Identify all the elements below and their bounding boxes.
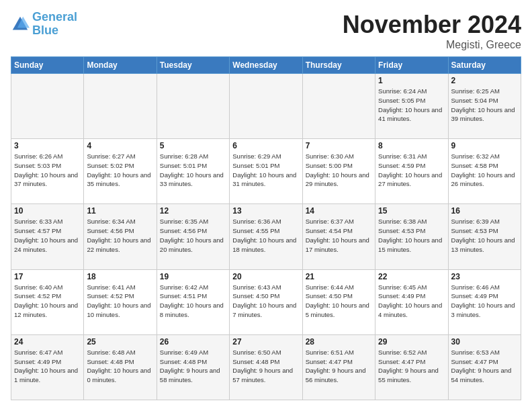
cell-info: Sunrise: 6:42 AM Sunset: 4:51 PM Dayligh… <box>160 283 226 320</box>
logo: General Blue <box>11 11 77 38</box>
cell-info: Sunrise: 6:50 AM Sunset: 4:48 PM Dayligh… <box>232 348 299 385</box>
calendar-cell: 21Sunrise: 6:44 AM Sunset: 4:50 PM Dayli… <box>302 269 375 334</box>
calendar-table: SundayMondayTuesdayWednesdayThursdayFrid… <box>11 56 521 400</box>
calendar-day-header: Wednesday <box>230 57 302 74</box>
calendar-cell <box>84 74 157 139</box>
title-block: November 2024 Megisti, Greece <box>343 11 521 51</box>
day-number: 10 <box>14 206 81 216</box>
calendar-cell: 5Sunrise: 6:28 AM Sunset: 5:01 PM Daylig… <box>157 139 229 204</box>
cell-info: Sunrise: 6:30 AM Sunset: 5:00 PM Dayligh… <box>306 152 372 189</box>
cell-info: Sunrise: 6:53 AM Sunset: 4:47 PM Dayligh… <box>451 348 518 385</box>
logo-text: General Blue <box>32 11 77 38</box>
day-number: 9 <box>451 141 518 150</box>
cell-info: Sunrise: 6:52 AM Sunset: 4:47 PM Dayligh… <box>378 348 445 385</box>
cell-info: Sunrise: 6:26 AM Sunset: 5:03 PM Dayligh… <box>14 152 81 189</box>
calendar-day-header: Sunday <box>11 57 84 74</box>
calendar-week-row: 3Sunrise: 6:26 AM Sunset: 5:03 PM Daylig… <box>11 139 521 204</box>
calendar-cell: 30Sunrise: 6:53 AM Sunset: 4:47 PM Dayli… <box>448 334 521 400</box>
calendar-cell: 9Sunrise: 6:32 AM Sunset: 4:58 PM Daylig… <box>448 139 521 204</box>
calendar-cell: 18Sunrise: 6:41 AM Sunset: 4:52 PM Dayli… <box>84 269 157 334</box>
cell-info: Sunrise: 6:45 AM Sunset: 4:49 PM Dayligh… <box>378 283 445 320</box>
cell-info: Sunrise: 6:38 AM Sunset: 4:53 PM Dayligh… <box>378 217 445 254</box>
day-number: 25 <box>87 337 153 347</box>
cell-info: Sunrise: 6:29 AM Sunset: 5:01 PM Dayligh… <box>232 152 299 189</box>
calendar-cell: 7Sunrise: 6:30 AM Sunset: 5:00 PM Daylig… <box>302 139 375 204</box>
calendar-cell <box>157 74 229 139</box>
cell-info: Sunrise: 6:34 AM Sunset: 4:56 PM Dayligh… <box>87 217 153 254</box>
calendar-cell: 23Sunrise: 6:46 AM Sunset: 4:49 PM Dayli… <box>448 269 521 334</box>
cell-info: Sunrise: 6:28 AM Sunset: 5:01 PM Dayligh… <box>160 152 226 189</box>
calendar-day-header: Friday <box>375 57 448 74</box>
cell-info: Sunrise: 6:51 AM Sunset: 4:47 PM Dayligh… <box>306 348 372 385</box>
page: General Blue November 2024 Megisti, Gree… <box>0 0 532 411</box>
day-number: 7 <box>306 141 372 150</box>
cell-info: Sunrise: 6:27 AM Sunset: 5:02 PM Dayligh… <box>87 152 153 189</box>
day-number: 8 <box>378 141 445 150</box>
cell-info: Sunrise: 6:33 AM Sunset: 4:57 PM Dayligh… <box>14 217 81 254</box>
calendar-cell: 24Sunrise: 6:47 AM Sunset: 4:49 PM Dayli… <box>11 334 84 400</box>
cell-info: Sunrise: 6:44 AM Sunset: 4:50 PM Dayligh… <box>306 283 372 320</box>
cell-info: Sunrise: 6:40 AM Sunset: 4:52 PM Dayligh… <box>14 283 81 320</box>
calendar-cell: 8Sunrise: 6:31 AM Sunset: 4:59 PM Daylig… <box>375 139 448 204</box>
calendar-day-header: Tuesday <box>157 57 229 74</box>
calendar-day-header: Thursday <box>302 57 375 74</box>
calendar-cell: 2Sunrise: 6:25 AM Sunset: 5:04 PM Daylig… <box>448 74 521 139</box>
month-title: November 2024 <box>343 11 521 39</box>
cell-info: Sunrise: 6:47 AM Sunset: 4:49 PM Dayligh… <box>14 348 81 385</box>
day-number: 1 <box>378 76 445 85</box>
calendar-cell: 29Sunrise: 6:52 AM Sunset: 4:47 PM Dayli… <box>375 334 448 400</box>
calendar-week-row: 17Sunrise: 6:40 AM Sunset: 4:52 PM Dayli… <box>11 269 521 334</box>
calendar-cell: 15Sunrise: 6:38 AM Sunset: 4:53 PM Dayli… <box>375 204 448 269</box>
calendar-day-header: Saturday <box>448 57 521 74</box>
cell-info: Sunrise: 6:41 AM Sunset: 4:52 PM Dayligh… <box>87 283 153 320</box>
day-number: 15 <box>378 206 445 216</box>
cell-info: Sunrise: 6:37 AM Sunset: 4:54 PM Dayligh… <box>306 217 372 254</box>
logo-icon <box>11 15 30 34</box>
calendar-cell: 25Sunrise: 6:48 AM Sunset: 4:48 PM Dayli… <box>84 334 157 400</box>
calendar-cell: 4Sunrise: 6:27 AM Sunset: 5:02 PM Daylig… <box>84 139 157 204</box>
day-number: 19 <box>160 272 226 281</box>
calendar-cell: 6Sunrise: 6:29 AM Sunset: 5:01 PM Daylig… <box>230 139 302 204</box>
calendar-week-row: 10Sunrise: 6:33 AM Sunset: 4:57 PM Dayli… <box>11 204 521 269</box>
cell-info: Sunrise: 6:43 AM Sunset: 4:50 PM Dayligh… <box>232 283 299 320</box>
calendar-cell: 19Sunrise: 6:42 AM Sunset: 4:51 PM Dayli… <box>157 269 229 334</box>
day-number: 23 <box>451 272 518 281</box>
day-number: 24 <box>14 337 81 347</box>
day-number: 14 <box>306 206 372 216</box>
day-number: 20 <box>232 272 299 281</box>
cell-info: Sunrise: 6:35 AM Sunset: 4:56 PM Dayligh… <box>160 217 226 254</box>
header: General Blue November 2024 Megisti, Gree… <box>11 11 521 51</box>
day-number: 5 <box>160 141 226 150</box>
cell-info: Sunrise: 6:25 AM Sunset: 5:04 PM Dayligh… <box>451 87 518 124</box>
calendar-week-row: 1Sunrise: 6:24 AM Sunset: 5:05 PM Daylig… <box>11 74 521 139</box>
day-number: 16 <box>451 206 518 216</box>
day-number: 28 <box>306 337 372 347</box>
day-number: 29 <box>378 337 445 347</box>
calendar-day-header: Monday <box>84 57 157 74</box>
calendar-cell: 27Sunrise: 6:50 AM Sunset: 4:48 PM Dayli… <box>230 334 302 400</box>
calendar-cell <box>302 74 375 139</box>
day-number: 26 <box>160 337 226 347</box>
calendar-cell: 10Sunrise: 6:33 AM Sunset: 4:57 PM Dayli… <box>11 204 84 269</box>
calendar-cell <box>11 74 84 139</box>
calendar-cell: 12Sunrise: 6:35 AM Sunset: 4:56 PM Dayli… <box>157 204 229 269</box>
cell-info: Sunrise: 6:24 AM Sunset: 5:05 PM Dayligh… <box>378 87 445 124</box>
day-number: 22 <box>378 272 445 281</box>
calendar-cell: 1Sunrise: 6:24 AM Sunset: 5:05 PM Daylig… <box>375 74 448 139</box>
day-number: 30 <box>451 337 518 347</box>
day-number: 6 <box>232 141 299 150</box>
calendar-cell: 17Sunrise: 6:40 AM Sunset: 4:52 PM Dayli… <box>11 269 84 334</box>
day-number: 18 <box>87 272 153 281</box>
calendar-cell: 3Sunrise: 6:26 AM Sunset: 5:03 PM Daylig… <box>11 139 84 204</box>
calendar-week-row: 24Sunrise: 6:47 AM Sunset: 4:49 PM Dayli… <box>11 334 521 400</box>
day-number: 27 <box>232 337 299 347</box>
day-number: 12 <box>160 206 226 216</box>
day-number: 11 <box>87 206 153 216</box>
calendar-cell: 13Sunrise: 6:36 AM Sunset: 4:55 PM Dayli… <box>230 204 302 269</box>
cell-info: Sunrise: 6:49 AM Sunset: 4:48 PM Dayligh… <box>160 348 226 385</box>
cell-info: Sunrise: 6:39 AM Sunset: 4:53 PM Dayligh… <box>451 217 518 254</box>
calendar-cell: 20Sunrise: 6:43 AM Sunset: 4:50 PM Dayli… <box>230 269 302 334</box>
cell-info: Sunrise: 6:36 AM Sunset: 4:55 PM Dayligh… <box>232 217 299 254</box>
day-number: 17 <box>14 272 81 281</box>
day-number: 3 <box>14 141 81 150</box>
